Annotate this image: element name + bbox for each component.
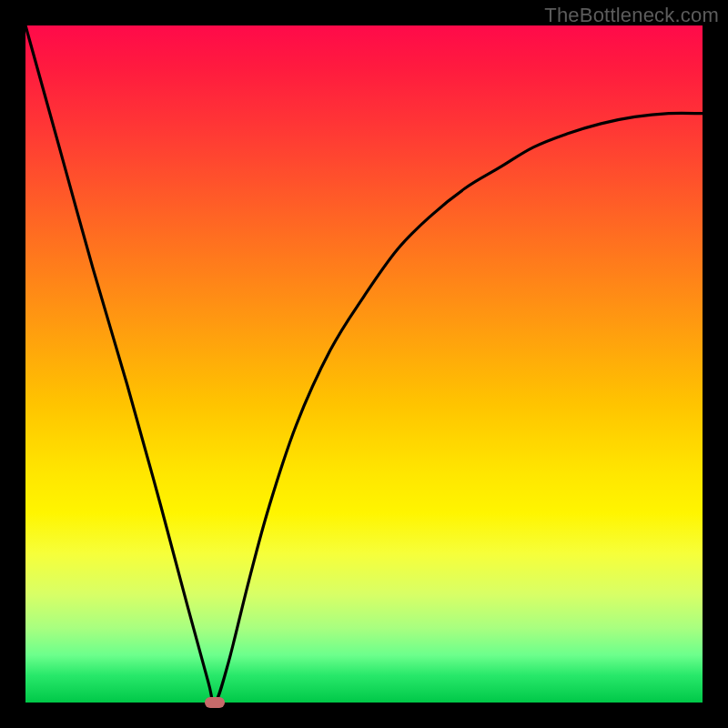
watermark-text: TheBottleneck.com (544, 4, 719, 27)
chart-frame: TheBottleneck.com (0, 0, 728, 728)
optimal-marker (205, 697, 225, 708)
plot-area (25, 25, 703, 703)
bottleneck-curve (25, 25, 703, 703)
